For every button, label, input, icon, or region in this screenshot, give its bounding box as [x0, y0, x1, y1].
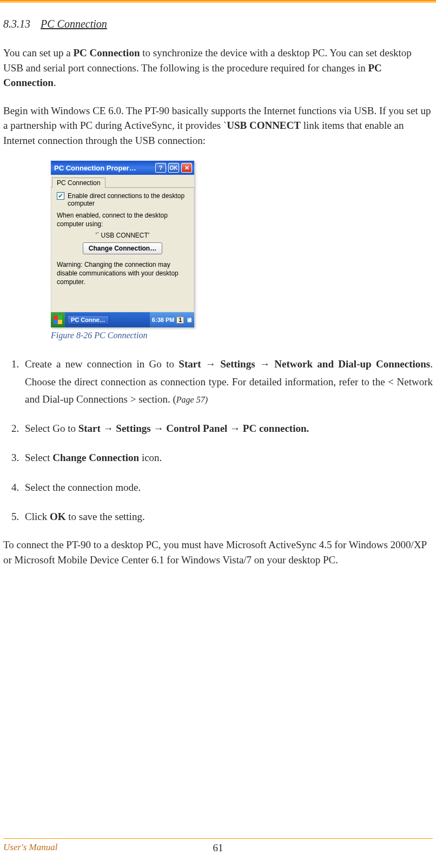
text: Select [25, 452, 52, 463]
page-content: 8.3.13 PC Connection You can set up a PC… [0, 3, 436, 567]
section-heading: 8.3.13 PC Connection [3, 18, 433, 30]
page-ref: Page 57) [176, 395, 208, 404]
step-1: Create a new connection in Go to Start →… [22, 356, 433, 408]
text: You can set up a [3, 47, 73, 58]
bold: Start → Settings → Control Panel → PC co… [78, 423, 309, 434]
close-button[interactable]: ✕ [181, 163, 192, 173]
paragraph-1: You can set up a PC Connection to synchr… [3, 45, 433, 90]
text: Create a new connection in Go to [25, 358, 179, 370]
help-button[interactable]: ? [155, 163, 166, 173]
dialog-panel: ✔ Enable direct connections to the deskt… [51, 188, 194, 312]
tab-pc-connection[interactable]: PC Connection [52, 177, 105, 188]
step-3: Select Change Connection icon. [22, 449, 433, 466]
paragraph-2: Begin with Windows CE 6.0. The PT-90 bas… [3, 103, 433, 148]
text: Click [25, 511, 50, 522]
page-number: 61 [213, 842, 223, 854]
windows-flag-icon [54, 315, 62, 324]
bold: USB CONNECT [227, 120, 301, 131]
enable-checkbox-label: Enable direct connections to the desktop… [68, 192, 188, 207]
figure-caption: Figure 8-26 PC Connection [51, 331, 433, 340]
bold: Change Connection [52, 452, 139, 463]
page-footer: User's Manual 61 [3, 838, 433, 853]
step-4: Select the connection mode. [22, 479, 433, 496]
section-number: 8.3.13 [3, 18, 30, 30]
top-rule [0, 0, 436, 2]
step-5: Click OK to save the setting. [22, 508, 433, 525]
enable-checkbox[interactable]: ✔ [57, 192, 64, 200]
bold: Start → Settings → Network and Dial-up C… [179, 358, 430, 370]
when-enabled-text: When enabled, connect to the desktop com… [57, 212, 188, 228]
clock: 6:38 PM [152, 317, 175, 323]
tab-bar: PC Connection [51, 175, 194, 188]
section-title: PC Connection [41, 18, 107, 30]
system-tray: 6:38 PM 1 🖥 [150, 312, 194, 327]
steps-list: Create a new connection in Go to Start →… [5, 356, 433, 525]
dialog-figure: PC Connection Proper… ? OK ✕ PC Connecti… [51, 161, 433, 327]
window-title: PC Connection Proper… [54, 164, 153, 172]
change-connection-button[interactable]: Change Connection… [83, 242, 162, 254]
taskbar: PC Conne… 6:38 PM 1 🖥 [51, 312, 194, 327]
tray-indicator: 1 [176, 317, 184, 324]
text: . [54, 77, 56, 88]
footer-label: User's Manual [3, 842, 57, 853]
enable-checkbox-row: ✔ Enable direct connections to the deskt… [57, 192, 188, 207]
text: to save the setting. [65, 511, 144, 522]
connect-name: '` USB CONNECT' [57, 232, 188, 239]
desktop-icon[interactable]: 🖥 [186, 317, 192, 323]
closing-paragraph: To connect the PT-90 to a desktop PC, yo… [3, 537, 433, 567]
text: Select Go to [25, 423, 78, 434]
pc-connection-dialog: PC Connection Proper… ? OK ✕ PC Connecti… [51, 161, 194, 327]
warning-text: Warning: Changing the connection may dis… [57, 261, 188, 286]
text: icon. [139, 452, 162, 463]
bold: OK [50, 511, 66, 522]
ok-button[interactable]: OK [168, 163, 179, 173]
start-button[interactable] [51, 312, 65, 327]
titlebar: PC Connection Proper… ? OK ✕ [51, 161, 194, 175]
taskbar-app-label: PC Conne… [71, 317, 105, 323]
bold: PC Connection [73, 47, 140, 58]
taskbar-app-button[interactable]: PC Conne… [67, 315, 109, 325]
step-2: Select Go to Start → Settings → Control … [22, 420, 433, 437]
